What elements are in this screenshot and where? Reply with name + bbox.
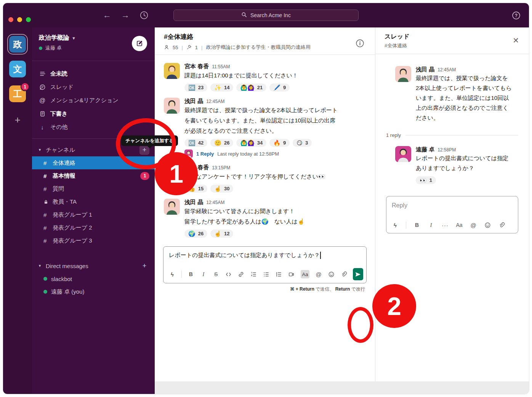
lightning-icon[interactable]: ϟ [169,270,176,278]
workspace-icon-2[interactable]: 文 [9,61,26,77]
reaction-pill[interactable]: 🌍26 [184,230,207,238]
sidebar-item-5[interactable]: ↓その他 [32,121,155,134]
emoji-icon[interactable] [328,270,335,278]
reaction-pill[interactable]: 🙆‍♂️🙆‍♀️34 [236,139,266,147]
thread-replies-row: 1 reply [386,132,518,138]
reaction-pill[interactable]: ☝️30 [210,185,233,193]
add-workspace-button[interactable]: + [14,114,20,126]
sidebar-item-3[interactable]: @メンション&リアクション [32,94,155,107]
paperclip-icon[interactable] [340,270,347,278]
thread-reply-link[interactable]: 1 Reply [196,151,214,157]
reaction-emoji: ☝️ [214,231,221,236]
mention-icon[interactable]: @ [315,270,322,278]
emoji-icon[interactable] [484,221,491,229]
close-window-button[interactable] [8,17,13,22]
reaction-pill[interactable]: ☝️12 [210,230,233,238]
channel-label: 全体連絡 [53,159,75,167]
workspace-header[interactable]: 政治学概論 ▼ 遠藤 卓 [32,27,155,61]
history-forward-button[interactable]: → [121,11,130,19]
add-channel-button[interactable]: + [139,145,149,155]
dm-item-1[interactable]: slackbot [32,272,155,285]
channel-item-4[interactable]: 教員・TA [32,195,155,208]
format-aa-icon[interactable]: Aa [456,221,463,229]
sidebar-item-2[interactable]: スレッド [32,80,155,94]
composer-input[interactable]: レポートの提出書式については指定ありますでしょうか？ [163,247,366,265]
reaction-count: 34 [257,140,263,146]
channel-title[interactable]: #全体連絡 [164,32,366,41]
strikethrough-icon[interactable]: S [213,270,220,278]
reaction-pill[interactable]: 🔥9 [269,139,290,147]
italic-icon[interactable]: I [428,221,434,229]
reaction-count: 1 [429,177,432,183]
link-icon[interactable] [238,270,245,278]
channel-item-3[interactable]: #質問 [32,182,155,195]
pin-count[interactable]: 1 [195,45,198,50]
history-back-button[interactable]: ← [103,11,111,19]
workspace-icon-1[interactable]: 政 [9,36,26,53]
message-author: 浅田 晶 [416,66,434,73]
thread-reply-input[interactable]: Reply [386,196,518,218]
reaction-pill[interactable]: 👍15 [184,185,207,193]
channel-item-7[interactable]: #発表グループ 3 [32,234,155,247]
clip-icon[interactable] [288,270,295,278]
reaction-count: 9 [283,85,286,90]
code-icon[interactable] [225,270,232,278]
message-timestamp: 11:55AM [212,64,230,69]
message-body: 宮本 春香11:55AM課題は14日17:00までに提出してください！🆗23✨1… [184,63,298,92]
bold-icon[interactable]: B [187,270,194,278]
channel-header: #全体連絡 55 | 1 | 政治学概論に参加する学生・教職員間の連絡用 [155,27,375,55]
message: 浅田 晶12:45AM最終課題では、授業で扱った論文を2本以上使ってレポートを書… [386,63,518,125]
ordered-list-icon[interactable] [250,270,257,278]
reaction-pill[interactable]: ✨14 [210,84,233,92]
message-composer[interactable]: レポートの提出書式については指定ありますでしょうか？ ϟBISAa@ [163,246,367,283]
help-icon[interactable]: ? [512,11,521,20]
reaction-emoji: 🙆‍♂️🙆‍♀️ [240,140,254,146]
mention-icon[interactable]: @ [470,221,477,229]
reaction-pill[interactable]: 🆗42 [184,139,207,147]
lightning-icon[interactable]: ϟ [392,221,399,229]
paperclip-icon[interactable] [498,221,505,229]
history-clock-icon[interactable] [139,11,149,20]
sidebar-item-4[interactable]: 下書き [32,107,155,121]
message: 遠藤 卓12:58PMレポートの提出書式については指定ありますでしょうか？👀1 [386,143,518,187]
reaction-pill[interactable]: 🙂26 [210,139,233,147]
message-text: 上の出席が必須となるのでご注意く [416,103,509,113]
channel-info-icon[interactable] [356,39,364,48]
italic-icon[interactable]: I [200,270,207,278]
add-dm-button[interactable]: + [139,261,149,271]
message-head: 浅田 晶12:45AM [184,199,304,206]
channel-item-2[interactable]: #基本情報1 [32,169,155,182]
traffic-lights [8,17,31,22]
bold-icon[interactable]: B [413,221,420,229]
minimize-window-button[interactable] [17,17,22,22]
format-aa-icon[interactable]: Aa [301,270,310,278]
sidebar-item-1[interactable]: 全未読 [32,67,155,80]
channels-section-header[interactable]: ▼ チャンネル + [32,143,155,156]
reaction-pill[interactable]: 👀1 [416,176,436,184]
channel-item-6[interactable]: #発表グループ 2 [32,221,155,234]
close-icon[interactable]: ✕ [513,37,519,44]
search-input[interactable]: Search Acme Inc [173,10,359,21]
thread-summary[interactable]: 1 ReplyLast reply today at 12:58PM [184,149,338,158]
zoom-window-button[interactable] [26,17,31,22]
reaction-pill[interactable]: 😏3 [293,139,312,147]
reaction-pill[interactable]: 🖊️9 [269,84,290,92]
dm-section-header[interactable]: ▼ Direct messages + [32,259,155,272]
reaction-pill[interactable]: 🙆‍♂️🙆‍♀️21 [236,84,266,92]
channel-item-1[interactable]: #全体連絡 [32,156,155,169]
new-message-button[interactable] [132,36,147,51]
workspace-icon-3[interactable]: 工1 [9,85,26,102]
more-dots-icon[interactable]: ··· [442,221,449,229]
channel-item-5[interactable]: #発表グループ 1 [32,208,155,221]
thread-channel: #全体連絡 [385,42,520,49]
message-timestamp: 12:45AM [437,67,456,72]
sidebar: 政治学概論 ▼ 遠藤 卓 全未読スレッド@メンション&リアクション下書き↓その他 [32,27,155,394]
thread-reply-composer[interactable]: ReplyϟBI···Aa@ [386,196,518,233]
blockquote-icon[interactable] [276,270,282,278]
member-count[interactable]: 55 [173,45,178,50]
send-button[interactable] [353,268,363,280]
bullet-list-icon[interactable] [263,270,270,278]
reaction-pill[interactable]: 🆗23 [184,84,207,92]
dm-item-2[interactable]: 遠藤 卓 (you) [32,285,155,298]
channel-topic[interactable]: 政治学概論に参加する学生・教職員間の連絡用 [206,44,310,51]
